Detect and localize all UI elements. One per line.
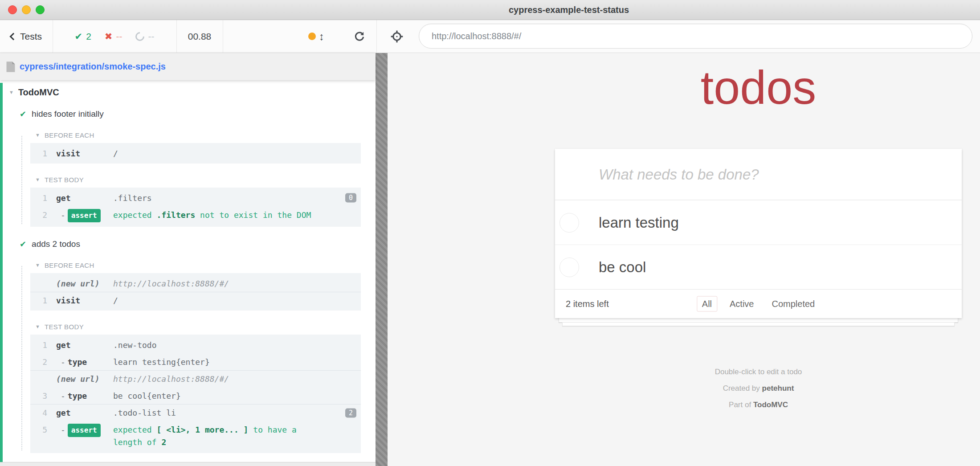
reporter-bottom-bar xyxy=(0,462,376,466)
auto-scroll-toggle[interactable]: ↕ xyxy=(308,20,324,53)
chevron-left-icon xyxy=(9,33,17,41)
refresh-icon xyxy=(353,30,366,43)
close-window-button[interactable] xyxy=(8,5,17,14)
command-log: ▼ TodoMVC ✔hides footer initially▼BEFORE… xyxy=(0,80,376,462)
x-icon: ✖ xyxy=(105,32,113,41)
app-window: cypress-example-test-status Tests ✔ 2 ✖ … xyxy=(0,0,980,466)
new-todo-input[interactable] xyxy=(555,149,962,200)
command-message: / xyxy=(113,149,118,158)
command-name-text: get xyxy=(56,340,71,350)
command-row[interactable]: 5-assertexpected [ <li>, 1 more... ] to … xyxy=(30,421,361,451)
dash: - xyxy=(61,391,65,401)
test-row[interactable]: ✔adds 2 todos xyxy=(20,239,361,249)
url-input[interactable] xyxy=(419,24,972,48)
reporter-panel: cypress/integration/smoke-spec.js ▼ Todo… xyxy=(0,53,376,466)
command-number: 2 xyxy=(36,209,47,221)
window-title: cypress-example-test-status xyxy=(509,5,629,15)
spec-file-header: cypress/integration/smoke-spec.js xyxy=(0,53,376,80)
command-name: (new url) xyxy=(56,279,113,288)
collapse-triangle-icon: ▼ xyxy=(9,90,14,95)
todo-toggle-checkbox[interactable] xyxy=(559,213,579,233)
command-row[interactable]: 1get.new-todo xyxy=(30,336,361,353)
suite-row[interactable]: ▼ TodoMVC xyxy=(0,80,361,98)
command-number: 3 xyxy=(36,391,47,401)
command-row[interactable]: (new url)http://localhost:8888/#/ xyxy=(30,370,361,387)
test-row[interactable]: ✔hides footer initially xyxy=(20,109,361,119)
info-text: Created by xyxy=(723,384,762,392)
zoom-window-button[interactable] xyxy=(36,5,45,14)
todo-filters: AllActiveCompleted xyxy=(697,296,820,312)
todo-footer: 2 items left AllActiveCompleted xyxy=(555,289,962,318)
todo-item: be cool xyxy=(555,245,962,289)
stat-failed: ✖ -- xyxy=(105,31,122,42)
element-count-badge: 2 xyxy=(345,408,356,417)
toolbar-divider xyxy=(223,20,223,53)
info-text: Part of xyxy=(729,401,753,409)
command-row[interactable]: 1get.filters0 xyxy=(30,189,361,206)
command-row[interactable]: 2-assertexpected .filters not to exist i… xyxy=(30,206,361,225)
back-to-tests-button[interactable]: Tests xyxy=(0,20,53,53)
filter-all[interactable]: All xyxy=(697,296,717,312)
command-name-text: type xyxy=(68,391,87,401)
command-number: 1 xyxy=(36,149,47,158)
command-row[interactable]: 1visit/ xyxy=(30,292,361,309)
command-row[interactable]: 4get.todo-list li2 xyxy=(30,404,361,421)
suite-title: TodoMVC xyxy=(18,87,59,98)
test-title-label: adds 2 todos xyxy=(32,239,80,249)
test-sections: ▼BEFORE EACH1visit/▼TEST BODY1get.filter… xyxy=(21,131,361,228)
filter-completed[interactable]: Completed xyxy=(766,296,820,312)
info-link[interactable]: TodoMVC xyxy=(753,401,788,409)
section-label: TEST BODY xyxy=(45,323,84,331)
todoapp: todos learn testingbe cool 2 items left … xyxy=(555,59,962,413)
todo-label[interactable]: be cool xyxy=(599,259,646,276)
command-row[interactable]: 3-typebe cool{enter} xyxy=(30,387,361,404)
traffic-lights xyxy=(8,5,45,14)
toolbar: Tests ✔ 2 ✖ -- -- 00.88 ↕ xyxy=(0,20,980,53)
command-row[interactable]: (new url)http://localhost:8888/#/ xyxy=(30,275,361,292)
pending-circle-icon xyxy=(134,30,146,42)
crosshair-icon xyxy=(390,29,404,44)
todo-list: learn testingbe cool xyxy=(555,200,962,289)
command-row[interactable]: 2-typelearn testing{enter} xyxy=(30,353,361,370)
refresh-button[interactable] xyxy=(348,20,371,53)
test-stats: ✔ 2 ✖ -- -- xyxy=(53,20,176,53)
selector-playground-button[interactable] xyxy=(387,20,407,53)
main-split: cypress/integration/smoke-spec.js ▼ Todo… xyxy=(0,53,980,466)
passed-count: 2 xyxy=(86,31,91,42)
command-message: .filters xyxy=(113,193,152,203)
todo-label[interactable]: learn testing xyxy=(599,214,679,231)
tests-list: ✔hides footer initially▼BEFORE EACH1visi… xyxy=(0,109,361,454)
command-message: learn testing{enter} xyxy=(113,357,210,367)
info-link[interactable]: petehunt xyxy=(762,384,794,392)
assert-message: expected .filters not to exist in the DO… xyxy=(113,209,311,221)
info-line: Part of TodoMVC xyxy=(555,397,962,413)
triangle-down-icon: ▼ xyxy=(35,177,40,182)
todo-item: learn testing xyxy=(555,200,962,245)
todo-card: learn testingbe cool 2 items left AllAct… xyxy=(555,149,962,318)
section-header[interactable]: ▼TEST BODY xyxy=(35,176,361,184)
app-preview-panel: todos learn testingbe cool 2 items left … xyxy=(388,53,980,466)
command-message: be cool{enter} xyxy=(113,391,181,401)
command-name-text: visit xyxy=(56,149,80,158)
command-name-text: type xyxy=(68,357,87,367)
dash: - xyxy=(61,425,65,434)
spec-file-link[interactable]: cypress/integration/smoke-spec.js xyxy=(20,61,166,72)
todo-toggle-checkbox[interactable] xyxy=(559,258,579,277)
section-header[interactable]: ▼BEFORE EACH xyxy=(35,131,361,139)
panel-resizer[interactable] xyxy=(376,53,388,466)
titlebar: cypress-example-test-status xyxy=(0,0,980,20)
assert-badge: assert xyxy=(68,424,101,437)
filter-active[interactable]: Active xyxy=(724,296,759,312)
toolbar-divider xyxy=(376,20,377,53)
section-header[interactable]: ▼BEFORE EACH xyxy=(35,262,361,269)
section-header[interactable]: ▼TEST BODY xyxy=(35,323,361,331)
message-part: [ <li>, 1 more... ] xyxy=(157,425,249,434)
command-row[interactable]: 1visit/ xyxy=(30,145,361,162)
triangle-down-icon: ▼ xyxy=(35,263,40,268)
command-block: 1visit/ xyxy=(30,143,361,164)
todos-title: todos xyxy=(555,59,962,116)
triangle-down-icon: ▼ xyxy=(35,324,40,329)
test-timer: 00.88 xyxy=(176,20,223,53)
minimize-window-button[interactable] xyxy=(22,5,31,14)
command-number: 1 xyxy=(36,296,47,305)
